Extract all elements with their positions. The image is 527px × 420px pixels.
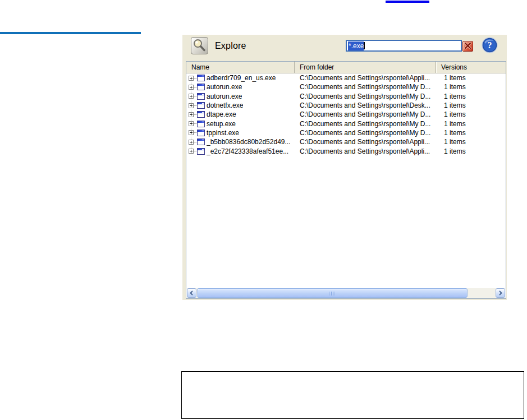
clear-search-button[interactable] xyxy=(462,41,473,52)
row-name-cell: setup.exe xyxy=(186,120,294,128)
file-name: autorun.exe xyxy=(207,83,242,91)
from-folder-path: C:\Documents and Settings\rspontel\Appli… xyxy=(294,147,436,155)
versions-count: 1 items xyxy=(436,101,506,109)
file-list-rows: adberdr709_en_us.exe C:\Documents and Se… xyxy=(186,73,506,156)
from-folder-path: C:\Documents and Settings\rspontel\Appli… xyxy=(294,74,436,82)
versions-count: 1 items xyxy=(436,83,506,91)
from-folder-path: C:\Documents and Settings\rspontel\My D.… xyxy=(294,120,436,128)
expand-plus-icon[interactable] xyxy=(189,130,194,135)
table-row[interactable]: autorun.exe C:\Documents and Settings\rs… xyxy=(186,92,506,101)
chevron-right-icon xyxy=(498,290,503,296)
row-name-cell: _e2c72f423338afeaf51ee... xyxy=(186,147,294,155)
table-row[interactable]: tppinst.exe C:\Documents and Settings\rs… xyxy=(186,128,506,137)
file-name: autorun.exe xyxy=(207,93,242,100)
expand-plus-icon[interactable] xyxy=(189,103,194,108)
row-name-cell: _b5bb0836dc80b2d52d49... xyxy=(186,138,294,146)
application-window-icon xyxy=(197,148,205,155)
empty-annotation-box xyxy=(181,371,524,419)
versions-count: 1 items xyxy=(436,120,506,128)
from-folder-path: C:\Documents and Settings\rspontel\Appli… xyxy=(294,138,436,146)
expand-plus-icon[interactable] xyxy=(189,85,194,90)
file-name: dotnetfx.exe xyxy=(207,101,243,109)
versions-count: 1 items xyxy=(436,147,506,155)
versions-count: 1 items xyxy=(436,110,506,118)
red-x-icon xyxy=(464,41,472,50)
application-window-icon xyxy=(197,139,205,145)
table-row[interactable]: _b5bb0836dc80b2d52d49... C:\Documents an… xyxy=(186,137,506,146)
scroll-right-button[interactable] xyxy=(496,288,505,298)
versions-count: 1 items xyxy=(436,93,506,100)
help-button[interactable]: ? xyxy=(482,37,498,53)
application-window-icon xyxy=(197,102,205,109)
file-name: _b5bb0836dc80b2d52d49... xyxy=(207,138,290,146)
row-name-cell: autorun.exe xyxy=(186,93,294,100)
versions-count: 1 items xyxy=(436,129,506,137)
application-window-icon xyxy=(197,84,205,90)
text-caret xyxy=(364,42,365,49)
search-input-selected-text: *.exe xyxy=(348,41,364,50)
table-row[interactable]: _e2c72f423338afeaf51ee... C:\Documents a… xyxy=(186,146,506,155)
from-folder-path: C:\Documents and Settings\rspontel\My D.… xyxy=(294,93,436,100)
application-window-icon xyxy=(197,75,205,81)
horizontal-scrollbar[interactable] xyxy=(187,288,505,298)
svg-text:?: ? xyxy=(488,40,492,50)
from-folder-path: C:\Documents and Settings\rspontel\My D.… xyxy=(294,83,436,91)
list-header-row: Name From folder Versions xyxy=(186,62,506,73)
expand-plus-icon[interactable] xyxy=(189,76,194,81)
table-row[interactable]: dtape.exe C:\Documents and Settings\rspo… xyxy=(186,110,506,119)
application-window-icon xyxy=(197,111,205,118)
versions-count: 1 items xyxy=(436,74,506,82)
column-header-versions[interactable]: Versions xyxy=(436,62,506,73)
file-name: dtape.exe xyxy=(207,110,236,118)
file-name: _e2c72f423338afeaf51ee... xyxy=(207,147,288,155)
scrollbar-thumb[interactable] xyxy=(197,288,468,298)
expand-plus-icon[interactable] xyxy=(189,94,194,99)
from-folder-path: C:\Documents and Settings\rspontel\My D.… xyxy=(294,110,436,118)
from-folder-path: C:\Documents and Settings\rspontel\Desk.… xyxy=(294,101,436,109)
row-name-cell: dotnetfx.exe xyxy=(186,101,294,109)
application-window-icon xyxy=(197,130,205,136)
explore-panel: Explore *.exe ? Name From folder Version… xyxy=(182,35,507,300)
file-name: adberdr709_en_us.exe xyxy=(207,74,276,82)
explore-button[interactable] xyxy=(191,37,208,54)
scroll-left-button[interactable] xyxy=(187,288,196,298)
table-row[interactable]: adberdr709_en_us.exe C:\Documents and Se… xyxy=(186,73,506,82)
row-name-cell: dtape.exe xyxy=(186,110,294,118)
top-link-fragment[interactable] xyxy=(386,1,429,3)
application-window-icon xyxy=(197,121,205,127)
question-mark-icon: ? xyxy=(482,37,498,53)
search-input[interactable]: *.exe xyxy=(346,40,462,52)
application-window-icon xyxy=(197,93,205,100)
left-divider-rule xyxy=(0,32,141,34)
panel-title: Explore xyxy=(215,41,246,51)
file-list: Name From folder Versions adberdr709_en_… xyxy=(186,61,506,299)
from-folder-path: C:\Documents and Settings\rspontel\My D.… xyxy=(294,129,436,137)
table-row[interactable]: dotnetfx.exe C:\Documents and Settings\r… xyxy=(186,101,506,110)
expand-plus-icon[interactable] xyxy=(189,112,194,117)
row-name-cell: tppinst.exe xyxy=(186,129,294,137)
row-name-cell: adberdr709_en_us.exe xyxy=(186,74,294,82)
row-name-cell: autorun.exe xyxy=(186,83,294,91)
chevron-left-icon xyxy=(189,290,194,296)
expand-plus-icon[interactable] xyxy=(189,149,194,154)
versions-count: 1 items xyxy=(436,138,506,146)
magnifier-icon xyxy=(191,38,208,54)
table-row[interactable]: setup.exe C:\Documents and Settings\rspo… xyxy=(186,119,506,128)
expand-plus-icon[interactable] xyxy=(189,121,194,126)
expand-plus-icon[interactable] xyxy=(189,140,194,145)
column-header-folder[interactable]: From folder xyxy=(294,62,436,73)
file-name: setup.exe xyxy=(207,120,236,128)
file-name: tppinst.exe xyxy=(207,129,239,137)
column-header-name[interactable]: Name xyxy=(186,62,294,73)
table-row[interactable]: autorun.exe C:\Documents and Settings\rs… xyxy=(186,82,506,91)
